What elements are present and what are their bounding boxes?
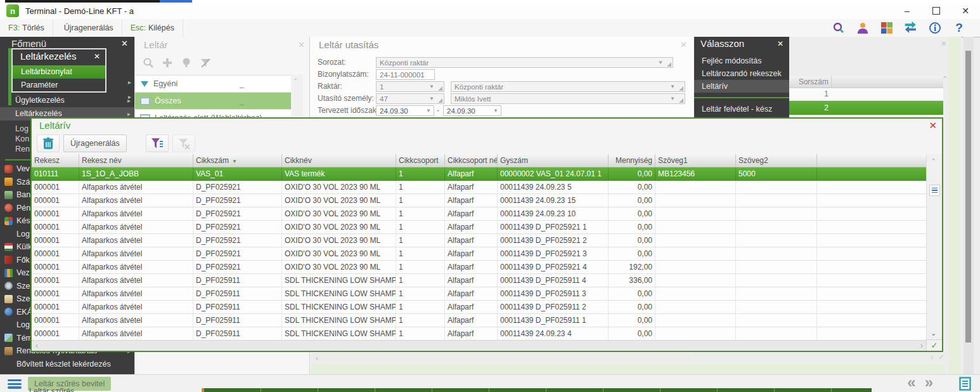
table-cell-rekesz_nev: Alfaparkos átvétel <box>79 314 193 327</box>
raktar-name-value: Központi raktár <box>451 83 667 91</box>
table-row[interactable]: 000001Alfaparkos átvételD_PF025921OXID'O… <box>32 247 927 261</box>
table-horizontal-scrollbar[interactable]: ‹ › <box>32 340 927 351</box>
maximize-button[interactable] <box>922 3 951 19</box>
table-cell-rekesz: 000001 <box>32 287 79 300</box>
raktar-name-select[interactable]: Központi raktár▼ <box>451 81 685 92</box>
utasito-name-select[interactable]: Miklós Ivett▼ <box>451 93 685 104</box>
table-row[interactable]: 000001Alfaparkos átvételD_PF025921OXID'O… <box>32 194 927 207</box>
table-row[interactable]: 000001Alfaparkos átvételD_PF025921OXID'O… <box>32 221 927 234</box>
table-cell-filler <box>817 327 927 340</box>
app-vertical-scrollbar[interactable] <box>964 37 974 374</box>
column-header-cikkszam[interactable]: Cikkszám▼ <box>193 154 282 167</box>
column-header-sorszam[interactable]: Sorszám <box>789 76 832 88</box>
submenu-item[interactable]: Paraméter <box>13 79 105 92</box>
scroll-up-icon[interactable]: ⌃ <box>931 157 936 166</box>
column-header-gyszam[interactable]: Gyszám <box>498 154 609 167</box>
sidebar-menu-item-label: Ban <box>16 190 30 199</box>
table-row[interactable]: 000001Alfaparkos átvételD_PF025911SDL TH… <box>32 314 927 327</box>
table-row[interactable]: 2 <box>789 101 943 115</box>
sidebar-item-icon <box>4 295 13 303</box>
hamburger-menu-icon[interactable] <box>8 379 22 389</box>
scrollbar-handle[interactable] <box>929 185 940 196</box>
table-cell-szoveg1 <box>655 261 736 273</box>
sorszam-table: Sorszám 12 <box>789 76 943 117</box>
menubar-item[interactable]: Esc:Kilépés <box>122 19 183 37</box>
table-cell-gyszam: 00011439 D_PF025921 1 <box>498 221 609 233</box>
leltar-panel-close-icon[interactable]: ✕ <box>298 40 305 49</box>
column-header-csopnev[interactable]: Cikkcsoport név <box>445 154 498 167</box>
sidebar-menu-item[interactable]: Ügyletkezelés▸ <box>0 94 134 107</box>
column-header-szoveg1[interactable]: Szöveg1 <box>655 154 736 167</box>
help-icon[interactable]: ? <box>947 20 971 36</box>
leltariv-close-icon[interactable]: ✕ <box>929 120 937 131</box>
column-header-rekesz_nev[interactable]: Rekesz név <box>79 154 193 167</box>
column-header-filler[interactable] <box>817 154 927 167</box>
bizonylatszam-input[interactable]: 24-11-000001 <box>376 69 435 80</box>
regenerate-button[interactable]: Újragenerálás <box>63 134 127 152</box>
user-icon[interactable] <box>851 20 875 36</box>
minimize-button[interactable]: – <box>893 3 922 19</box>
table-vertical-scrollbar[interactable]: ⌃ ⌄ <box>926 154 942 340</box>
table-row[interactable]: 1 <box>789 88 943 101</box>
submenu-item[interactable]: Leltárbizonylat <box>13 65 105 79</box>
scroll-up-icon[interactable]: ⌃ <box>293 77 298 84</box>
info-icon[interactable] <box>923 20 947 36</box>
transfer-icon[interactable] <box>899 20 923 36</box>
table-row[interactable]: 000001Alfaparkos átvételD_PF025921OXID'O… <box>32 234 927 247</box>
scroll-right-icon[interactable]: › <box>920 341 923 350</box>
dropdown-arrow-icon: ▼ <box>491 108 501 114</box>
prev-page-icon[interactable]: « <box>907 374 924 391</box>
valasszon-close-icon[interactable]: ✕ <box>777 39 783 48</box>
menubar-item[interactable]: Újragenerálás <box>53 19 122 37</box>
menubar-item[interactable]: F3:Törlés <box>0 19 53 37</box>
filter-list-item[interactable]: Egyéni_ <box>135 75 291 93</box>
table-row[interactable]: 000001Alfaparkos átvételD_PF025921OXID'O… <box>32 207 927 221</box>
column-header-rekesz[interactable]: Rekesz <box>32 154 79 167</box>
scroll-down-icon[interactable]: ⌄ <box>931 329 936 337</box>
column-header-menny[interactable]: Mennyiség <box>609 154 655 167</box>
table-cell-rekesz_nev: Alfaparkos átvétel <box>79 234 193 247</box>
valasszon-item[interactable]: Leltározandó rekeszek <box>694 67 789 80</box>
sorozat-select[interactable]: Központi raktár▼ <box>376 57 673 68</box>
close-button[interactable]: ✕ <box>951 3 980 19</box>
apps-grid-icon[interactable] <box>875 20 899 36</box>
submenu-close-icon[interactable]: ✕ <box>94 52 100 61</box>
column-header-csop[interactable]: Cikkcsoport <box>396 154 445 167</box>
column-header-cikknev[interactable]: Cikknév <box>282 154 396 167</box>
scroll-left-icon[interactable]: ‹ <box>35 341 38 350</box>
leltar-utasitas-title: Leltár utasítás <box>319 39 378 50</box>
valasszon-item[interactable]: Leltárív <box>694 80 789 93</box>
confirm-check-icon[interactable]: ✓ <box>926 339 942 351</box>
filter-button[interactable] <box>146 134 169 152</box>
valasszon-item[interactable]: Leltár felvétel - kész <box>694 103 789 115</box>
table-row[interactable]: 000001Alfaparkos átvételD_PF025911SDL TH… <box>32 301 927 314</box>
delete-button[interactable] <box>37 134 60 152</box>
idoszak-to-select[interactable]: 24.09.30▼ <box>443 105 501 116</box>
sidebar-menu-item[interactable]: Bővített készlet lekérdezés <box>0 358 134 371</box>
idoszak-from-select[interactable]: 24.09.30▼ <box>376 105 434 116</box>
table-cell-csopnev: Alfaparf <box>445 274 498 287</box>
table-row[interactable]: 000001Alfaparkos átvételD_PF025911SDL TH… <box>32 274 927 287</box>
raktar-code-select[interactable]: 1▼ <box>376 81 444 92</box>
table-row[interactable]: 000001Alfaparkos átvételD_PF025911SDL TH… <box>32 327 927 341</box>
fomenu-close-icon[interactable]: ✕ <box>121 39 128 48</box>
search-icon[interactable] <box>827 20 851 36</box>
table-cell-csopnev: Alfaparf <box>445 327 498 340</box>
filter-list-item[interactable]: Összes_ <box>135 93 291 110</box>
add-icon-disabled <box>162 57 173 69</box>
next-page-icon[interactable]: » <box>925 374 942 391</box>
filter-list-item-label: Egyéni <box>153 79 177 88</box>
valasszon-title: Válasszon <box>700 38 744 49</box>
table-row[interactable]: 000001Alfaparkos átvételD_PF025921OXID'O… <box>32 261 927 274</box>
app-logo-icon: n <box>6 4 19 17</box>
column-header-szoveg2[interactable]: Szöveg2 <box>736 154 817 167</box>
table-row[interactable]: 000001Alfaparkos átvételD_PF025911SDL TH… <box>32 287 927 301</box>
valasszon-item[interactable]: Fejléc módosítás <box>694 55 789 67</box>
scrollbar-handle[interactable] <box>965 51 971 343</box>
utasito-code-value: 47 <box>377 95 427 103</box>
table-row[interactable]: 0101111S_1O_A_JOBBVAS_01VAS termék1Alfap… <box>32 167 927 181</box>
table-row[interactable]: 000001Alfaparkos átvételD_PF025921OXID'O… <box>32 181 927 194</box>
utasito-code-select[interactable]: 47▼ <box>376 93 444 104</box>
document-list-icon[interactable] <box>959 377 971 391</box>
leltar-utasitas-close-icon[interactable]: ✕ <box>680 40 687 49</box>
